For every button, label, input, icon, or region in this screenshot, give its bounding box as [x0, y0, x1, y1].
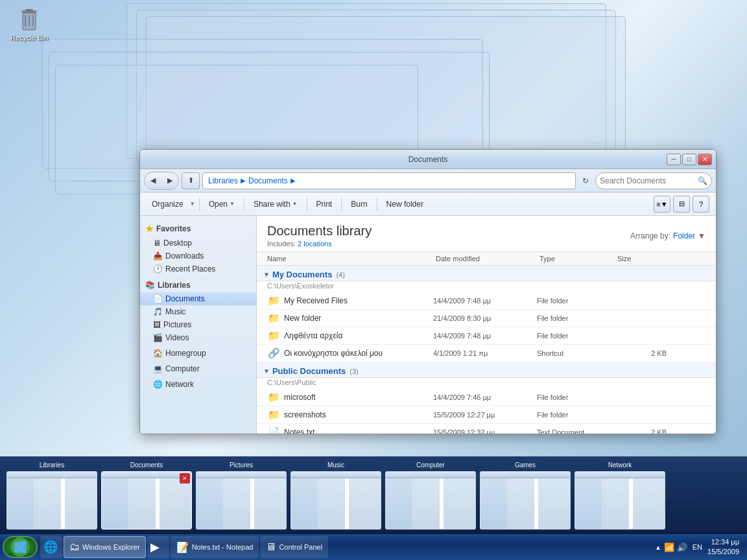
up-button[interactable]: ⬆ [182, 172, 200, 189]
table-row[interactable]: 📁 My Received Files 14/4/2009 7:48 μμ Fi… [257, 292, 716, 310]
sidebar-item-music[interactable]: 🎵 Music [140, 305, 256, 318]
sidebar-item-pictures[interactable]: 🖼 Pictures [140, 318, 256, 331]
close-button[interactable]: ✕ [698, 154, 712, 165]
forward-button[interactable]: ▶ [161, 172, 178, 189]
group-arrow-public-documents[interactable]: ▼ [263, 368, 270, 375]
taskbar-item-notepad[interactable]: 📝 Notes.txt - Notepad [171, 536, 259, 558]
tray-arrow-icon[interactable]: ▲ [655, 544, 661, 551]
thumb-group-documents: Documents ✕ [101, 461, 192, 530]
file-name: Notes.txt [284, 428, 433, 434]
thumb-preview-games[interactable] [480, 471, 571, 530]
back-button[interactable]: ◀ [145, 172, 161, 189]
computer-icon: 💻 [153, 364, 163, 373]
sidebar-item-computer[interactable]: 💻 Computer [140, 362, 256, 375]
sidebar-item-network[interactable]: 🌐 Network [140, 378, 256, 391]
search-box[interactable]: 🔍 [595, 172, 712, 189]
arrange-dropdown-icon: ▼ [698, 231, 706, 240]
col-header-date[interactable]: Date modified [436, 255, 540, 262]
volume-tray-icon[interactable]: 🔊 [677, 542, 687, 552]
search-input[interactable] [600, 176, 698, 185]
file-name: Ληφθέντα αρχεία [284, 331, 433, 340]
sidebar-section-computer: 💻 Computer [140, 362, 256, 375]
taskbar-item-control-panel[interactable]: 🖥 Control Panel [260, 536, 328, 558]
path-libraries[interactable]: Libraries [208, 176, 238, 185]
address-bar: ◀ ▶ ⬆ Libraries ▶ Documents ▶ ↻ 🔍 [140, 169, 716, 192]
path-documents[interactable]: Documents [248, 176, 288, 185]
thumb-group-libraries: Libraries [6, 461, 97, 530]
sidebar-section-libraries: 📚 Libraries 📄 Documents 🎵 Music 🖼 Pictur… [140, 278, 256, 344]
help-button[interactable]: ? [693, 196, 709, 213]
burn-button[interactable]: Burn [346, 196, 372, 213]
arrange-by: Arrange by: Folder ▼ [630, 231, 706, 240]
col-header-name[interactable]: Name [267, 255, 436, 262]
file-date: 14/4/2009 7:48 μμ [433, 297, 537, 305]
file-icon: 📄 [267, 426, 280, 434]
new-folder-button[interactable]: New folder [381, 196, 429, 213]
thumb-preview-libraries[interactable] [6, 471, 97, 530]
print-button[interactable]: Print [311, 196, 338, 213]
file-date: 15/5/2009 12:27 μμ [433, 411, 537, 419]
group-arrow-my-documents[interactable]: ▼ [263, 271, 270, 278]
address-path[interactable]: Libraries ▶ Documents ▶ [202, 172, 576, 189]
toolbar: Organize ▼ Open ▼ Share with ▼ Print Bur… [140, 192, 716, 216]
thumb-preview-documents[interactable]: ✕ [101, 471, 192, 530]
taskbar-items: 🌐 🗂 Windows Explorer ▶ 📝 Notes.txt - Not… [40, 536, 650, 558]
libraries-folder-icon: 📚 [145, 281, 155, 290]
start-button[interactable] [3, 536, 38, 558]
table-row[interactable]: 📁 New folder 21/4/2009 8:30 μμ File fold… [257, 310, 716, 327]
thumb-close-documents[interactable]: ✕ [180, 473, 190, 484]
file-name: screenshots [284, 410, 433, 419]
minimize-button[interactable]: ─ [667, 154, 681, 165]
group-header-my-documents[interactable]: ▼ My Documents (4) [257, 266, 716, 281]
taskbar-media-player[interactable]: ▶ [147, 536, 169, 558]
sidebar-item-recent-places[interactable]: 🕐 Recent Places [140, 262, 256, 275]
group-title-public-documents: Public Documents [272, 366, 346, 376]
thumb-preview-computer[interactable] [385, 471, 476, 530]
recycle-bin[interactable]: Recycle Bin [6, 6, 52, 41]
sidebar-item-videos[interactable]: 🎬 Videos [140, 331, 256, 344]
sidebar-item-homegroup[interactable]: 🏠 Homegroup [140, 347, 256, 360]
taskbar-ie-icon[interactable]: 🌐 [40, 536, 62, 558]
maximize-button[interactable]: □ [682, 154, 696, 165]
sidebar-libraries-header[interactable]: 📚 Libraries [140, 278, 256, 292]
preview-pane-button[interactable]: ⊟ [673, 196, 690, 213]
file-type: File folder [537, 411, 615, 419]
open-button[interactable]: Open ▼ [204, 196, 240, 213]
library-title: Documents library [267, 224, 372, 239]
clock[interactable]: 12:34 μμ 15/5/2009 [707, 537, 739, 557]
refresh-button[interactable]: ↻ [578, 174, 593, 188]
control-panel-label: Control Panel [279, 543, 322, 551]
organize-button[interactable]: Organize [147, 196, 189, 213]
col-header-size[interactable]: Size [617, 255, 669, 262]
thumb-preview-pictures[interactable] [196, 471, 287, 530]
thumb-preview-network[interactable] [575, 471, 665, 530]
thumb-group-computer: Computer [385, 461, 476, 530]
sidebar-section-homegroup: 🏠 Homegroup [140, 347, 256, 360]
share-with-button[interactable]: Share with ▼ [248, 196, 303, 213]
sidebar-item-desktop[interactable]: 🖥 Desktop [140, 237, 256, 250]
sidebar-item-documents[interactable]: 📄 Documents [140, 292, 256, 305]
col-header-type[interactable]: Type [540, 255, 617, 262]
locations-link[interactable]: 2 locations [298, 240, 332, 248]
table-row[interactable]: 📁 microsoft 14/4/2009 7:46 μμ File folde… [257, 389, 716, 406]
language-indicator[interactable]: EN [693, 543, 702, 551]
sidebar-item-downloads[interactable]: 📥 Downloads [140, 250, 256, 262]
sidebar-section-network: 🌐 Network [140, 378, 256, 391]
group-header-public-documents[interactable]: ▼ Public Documents (3) [257, 362, 716, 378]
windows-logo-icon [10, 537, 30, 557]
taskbar-item-explorer[interactable]: 🗂 Windows Explorer [64, 536, 146, 558]
arrange-by-value[interactable]: Folder [673, 231, 695, 240]
network-label: Network [165, 380, 194, 389]
table-row[interactable]: 📁 Ληφθέντα αρχεία 14/4/2009 7:48 μμ File… [257, 327, 716, 345]
table-row[interactable]: 📁 screenshots 15/5/2009 12:27 μμ File fo… [257, 406, 716, 424]
table-row[interactable]: 📄 Notes.txt 15/5/2009 12:32 μμ Text Docu… [257, 424, 716, 434]
file-name: My Received Files [284, 296, 433, 305]
view-options-button[interactable]: ≡▼ [654, 196, 670, 213]
table-row[interactable]: 🔗 Οι κοινόχρηστοι φάκελοί μου 4/1/2009 1… [257, 345, 716, 362]
homegroup-label: Homegroup [165, 349, 206, 358]
toolbar-separator-1 [199, 198, 200, 211]
videos-icon: 🎬 [153, 333, 163, 342]
file-size: 2 KB [615, 349, 667, 357]
thumb-preview-music[interactable] [290, 471, 381, 530]
sidebar-favorites-header[interactable]: ★ Favorites [140, 221, 256, 237]
